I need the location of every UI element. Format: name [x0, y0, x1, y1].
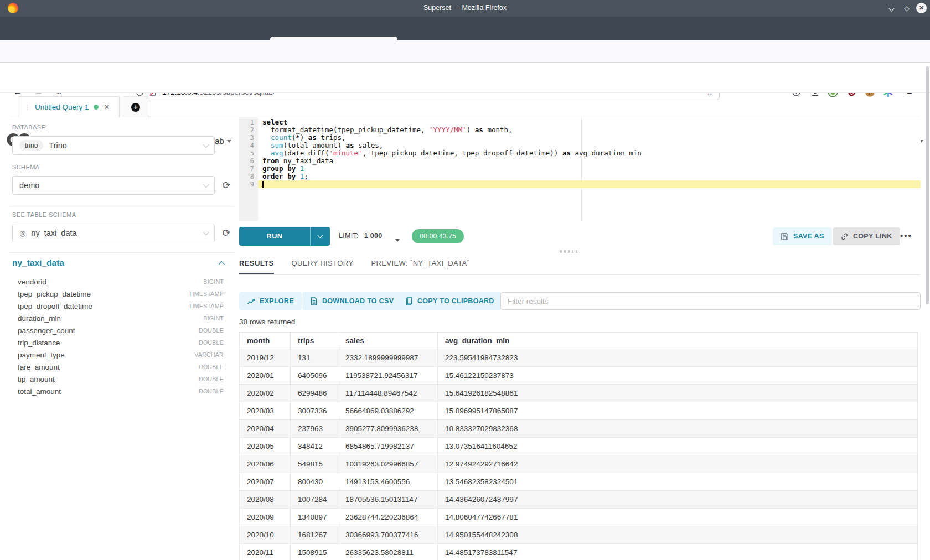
results-table-cell: 10319263.029966857	[338, 455, 438, 473]
firefox-window: Superset — Mozilla Firefox ◇ ✕ MinIO Con…	[0, 0, 930, 560]
limit-caret-icon[interactable]	[395, 235, 400, 245]
window-scrollbar[interactable]	[926, 66, 929, 304]
copy-link-button[interactable]: COPY LINK	[833, 227, 900, 245]
results-column-header[interactable]: trips	[291, 333, 338, 349]
explore-button[interactable]: EXPLORE	[239, 292, 302, 310]
results-table-cell: 2020/06	[240, 455, 291, 473]
new-query-tab-button[interactable]: +	[123, 96, 148, 117]
column-type: DOUBLE	[199, 376, 224, 382]
window-close-button[interactable]: ✕	[916, 3, 927, 13]
schema-column-row: payment_typeVARCHAR	[18, 349, 224, 361]
schema-column-row: tpep_pickup_datetimeTIMESTAMP	[18, 288, 224, 300]
results-table-row: 2020/0654981510319263.02996685712.974924…	[240, 455, 918, 473]
tab-query-history[interactable]: QUERY HISTORY	[292, 259, 354, 274]
editor-code-area[interactable]: select format_datetime(tpep_pickup_datet…	[258, 118, 921, 188]
tab-preview-table[interactable]: PREVIEW: `NY_TAXI_DATA`	[371, 259, 469, 274]
results-table-cell: 13.546823582324501	[438, 473, 918, 491]
column-name: tpep_dropoff_datetime	[18, 302, 92, 310]
editor-line-numbers: 123456789	[239, 118, 258, 188]
results-table-row: 2020/08100728418705536.15013114714.43642…	[240, 491, 918, 509]
copy-link-label: COPY LINK	[853, 232, 892, 240]
results-column-header[interactable]: month	[240, 333, 291, 349]
run-button[interactable]: RUN	[239, 227, 330, 246]
results-table-cell: 2020/05	[240, 438, 291, 455]
limit-control[interactable]: LIMIT: 1 000	[339, 232, 382, 240]
results-table-cell: 3007336	[291, 402, 338, 420]
column-type: DOUBLE	[199, 327, 224, 334]
save-as-label: SAVE AS	[793, 232, 824, 240]
window-minimize-button[interactable]	[886, 3, 896, 13]
code-line: count(*) as trips,	[258, 134, 921, 142]
limit-label: LIMIT:	[339, 232, 359, 240]
column-type: DOUBLE	[199, 339, 224, 346]
code-line: avg(date_diff('minute', tpep_pickup_date…	[258, 149, 921, 157]
collapse-table-icon[interactable]	[218, 261, 225, 268]
query-tab-untitled-1[interactable]: ⋮ Untitled Query 1 ✕	[18, 96, 120, 117]
line-number: 2	[239, 126, 258, 134]
titlebar: Superset — Mozilla Firefox ◇ ✕	[0, 0, 930, 17]
database-select[interactable]: trino Trino	[12, 136, 215, 155]
sql-editor[interactable]: 123456789 select format_datetime(tpep_pi…	[239, 117, 921, 221]
schema-column-row: duration_minBIGINT	[18, 312, 224, 324]
column-name: tpep_pickup_datetime	[18, 290, 91, 298]
plus-circle-icon: +	[131, 103, 140, 112]
results-table-row: 2020/042379633905277.809993623810.833327…	[240, 420, 918, 438]
panel-divider	[9, 252, 234, 253]
schema-column-row: passenger_countDOUBLE	[18, 324, 224, 336]
results-table-cell: 348412	[291, 438, 338, 455]
results-table-header: monthtripssalesavg_duration_min	[240, 333, 918, 349]
run-dropdown-button[interactable]	[310, 227, 330, 246]
table-select[interactable]: ◎ ny_taxi_data	[12, 224, 215, 242]
clipboard-icon	[405, 297, 413, 305]
line-number: 1	[239, 118, 258, 126]
code-line: sum(total_amount) as sales,	[258, 142, 921, 149]
column-type: DOUBLE	[199, 388, 224, 395]
results-table-cell: 26335623.58028811	[338, 544, 438, 560]
results-table-cell: 56664869.03886292	[338, 402, 438, 420]
save-as-button[interactable]: SAVE AS	[773, 227, 832, 245]
drag-dots-icon: ⋮	[24, 103, 30, 111]
results-table-cell: 1681267	[291, 526, 338, 544]
link-icon	[840, 232, 849, 241]
elapsed-time-badge: 00:00:43.75	[412, 229, 464, 243]
results-table-row: 2020/026299486117114448.8946754215.64192…	[240, 385, 918, 402]
code-line: order by 1;	[258, 173, 921, 180]
tab-results[interactable]: RESULTS	[239, 259, 274, 274]
query-tab-close-icon[interactable]: ✕	[104, 103, 110, 111]
line-number: 5	[239, 149, 258, 157]
results-table-cell: 800430	[291, 473, 338, 491]
download-csv-label: DOWNLOAD TO CSV	[322, 297, 394, 305]
results-table-cell: 30366993.700377416	[338, 526, 438, 544]
column-name: duration_min	[18, 314, 61, 323]
column-type: DOUBLE	[199, 364, 224, 370]
refresh-schema-icon[interactable]: ⟳	[220, 179, 232, 191]
results-table-cell: 13.073516411604652	[438, 438, 918, 455]
filter-results-input[interactable]	[500, 292, 921, 310]
column-name: fare_amount	[18, 363, 60, 371]
schema-select[interactable]: demo	[12, 176, 215, 195]
results-table-row: 2020/10168126730366993.70037741614.95015…	[240, 526, 918, 544]
copy-to-clipboard-button[interactable]: COPY TO CLIPBOARD	[397, 292, 502, 310]
results-column-header[interactable]: avg_duration_min	[438, 333, 918, 349]
schema-column-row: tpep_dropoff_datetimeTIMESTAMP	[18, 300, 224, 312]
results-column-header[interactable]: sales	[338, 333, 438, 349]
results-table: monthtripssalesavg_duration_min 2019/121…	[239, 332, 918, 560]
pane-drag-handle[interactable]	[560, 250, 580, 253]
results-table-cell: 2020/09	[240, 509, 291, 526]
schema-column-row: total_amountDOUBLE	[18, 385, 224, 397]
results-tabbar: RESULTS QUERY HISTORY PREVIEW: `NY_TAXI_…	[239, 259, 469, 274]
results-table-cell: 14.806047742667781	[438, 509, 918, 526]
line-number: 8	[239, 173, 258, 180]
results-table-row: 2020/09134089723628744.22023686414.80604…	[240, 509, 918, 526]
refresh-table-icon[interactable]: ⟳	[220, 227, 232, 239]
results-table-cell: 12.974924292716642	[438, 455, 918, 473]
results-table-cell: 119538721.92456317	[338, 367, 438, 385]
line-number: 3	[239, 134, 258, 142]
limit-value: 1 000	[364, 232, 383, 240]
download-csv-button[interactable]: DOWNLOAD TO CSV	[302, 292, 401, 310]
more-options-button[interactable]: •••	[900, 231, 912, 240]
table-schema-title: ny_taxi_data	[12, 258, 64, 268]
chevron-down-icon	[203, 142, 209, 148]
results-table-cell: 10.833327029832368	[438, 420, 918, 438]
window-maximize-button[interactable]: ◇	[902, 3, 912, 13]
